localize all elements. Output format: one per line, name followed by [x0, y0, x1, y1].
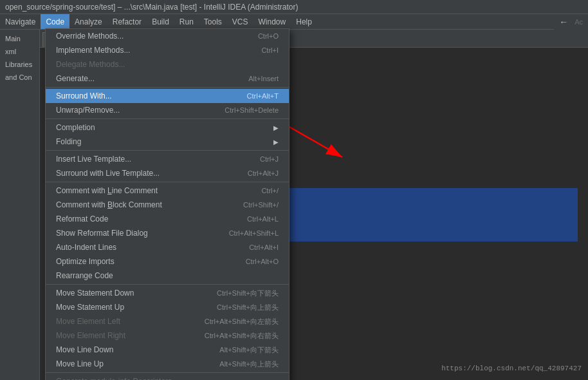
- menu-comment-line[interactable]: Comment with Line Comment Ctrl+/: [46, 184, 289, 198]
- menu-move-elem-left: Move Element Left Ctrl+Alt+Shift+向左箭头: [46, 314, 289, 328]
- menu-optimize-imports[interactable]: Optimize Imports Ctrl+Alt+O: [46, 254, 289, 269]
- title-bar: open_source/spring-source/test] – ...\sr…: [0, 0, 588, 14]
- sidebar-item-and-con[interactable]: and Con: [0, 71, 39, 84]
- menu-folding[interactable]: Folding ▶: [46, 135, 289, 149]
- title-text: open_source/spring-source/test] – ...\sr…: [5, 3, 299, 12]
- menu-override-methods[interactable]: Override Methods... Ctrl+O: [46, 29, 289, 43]
- sidebar-item-main[interactable]: Main: [0, 32, 39, 45]
- separator-2: [46, 119, 289, 119]
- menu-code[interactable]: Code: [41, 14, 69, 29]
- menu-move-stmt-up[interactable]: Move Statement Up Ctrl+Shift+向上箭头: [46, 300, 289, 314]
- sidebar-item-xml[interactable]: xml: [0, 45, 39, 58]
- menu-bar: Navigate Code Analyze Refactor Build Run…: [0, 14, 588, 30]
- menu-move-elem-right: Move Element Right Ctrl+Alt+Shift+向右箭头: [46, 328, 289, 343]
- menu-generate[interactable]: Generate... Alt+Insert: [46, 71, 289, 86]
- menu-generate-module-info: Generate module-info Descriptors: [46, 374, 289, 380]
- menu-implement-methods[interactable]: Implement Methods... Ctrl+I: [46, 43, 289, 57]
- sidebar-item-libraries[interactable]: Libraries: [0, 58, 39, 71]
- menu-comment-block[interactable]: Comment with Block Comment Ctrl+Shift+/: [46, 198, 289, 212]
- sidebar: Main xml Libraries and Con: [0, 30, 40, 380]
- menu-insert-live-template[interactable]: Insert Live Template... Ctrl+J: [46, 152, 289, 166]
- code-dropdown-menu: Override Methods... Ctrl+O Implement Met…: [45, 28, 289, 380]
- menu-vcs[interactable]: VCS: [227, 14, 253, 29]
- menu-move-stmt-down[interactable]: Move Statement Down Ctrl+Shift+向下箭头: [46, 286, 289, 300]
- menu-analyze[interactable]: Analyze: [69, 14, 107, 29]
- separator-4: [46, 182, 289, 182]
- menu-unwrap-remove[interactable]: Unwrap/Remove... Ctrl+Shift+Delete: [46, 103, 289, 117]
- menu-help[interactable]: Help: [291, 14, 317, 29]
- menu-completion[interactable]: Completion ▶: [46, 120, 289, 135]
- nav-toolbar: ← Ac: [554, 14, 588, 30]
- nav-forward-label: Ac: [572, 18, 585, 26]
- menu-move-line-down[interactable]: Move Line Down Alt+Shift+向下箭头: [46, 343, 289, 357]
- menu-refactor[interactable]: Refactor: [107, 14, 147, 29]
- watermark: https://blog.csdn.net/qq_42897427: [441, 363, 582, 375]
- nav-back-button[interactable]: ←: [556, 17, 571, 27]
- separator-6: [46, 372, 289, 373]
- menu-rearrange-code[interactable]: Rearrange Code: [46, 269, 289, 283]
- menu-build[interactable]: Build: [147, 14, 174, 29]
- menu-surround-live-template[interactable]: Surround with Live Template... Ctrl+Alt+…: [46, 166, 289, 180]
- menu-window[interactable]: Window: [253, 14, 291, 29]
- menu-delegate-methods: Delegate Methods...: [46, 57, 289, 71]
- separator-3: [46, 150, 289, 151]
- menu-show-reformat-dialog[interactable]: Show Reformat File Dialog Ctrl+Alt+Shift…: [46, 226, 289, 240]
- separator-1: [46, 87, 289, 88]
- menu-navigate[interactable]: Navigate: [0, 14, 41, 29]
- menu-tools[interactable]: Tools: [199, 14, 227, 29]
- separator-5: [46, 284, 289, 285]
- menu-surround-with[interactable]: Surround With... Ctrl+Alt+T: [46, 89, 289, 103]
- menu-run[interactable]: Run: [174, 14, 199, 29]
- menu-move-line-up[interactable]: Move Line Up Alt+Shift+向上箭头: [46, 357, 289, 371]
- menu-reformat-code[interactable]: Reformat Code Ctrl+Alt+L: [46, 212, 289, 226]
- menu-auto-indent[interactable]: Auto-Indent Lines Ctrl+Alt+I: [46, 240, 289, 254]
